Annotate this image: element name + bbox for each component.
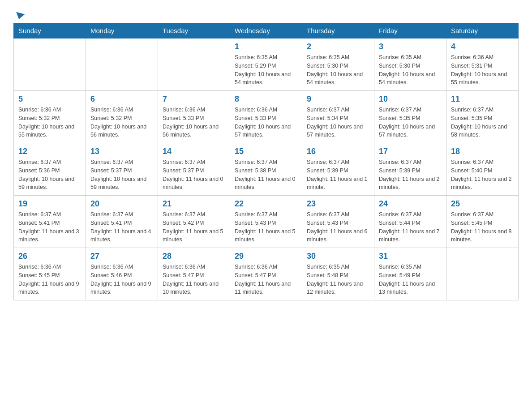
day-number: 6	[90, 94, 153, 104]
calendar-cell: 18Sunrise: 6:37 AM Sunset: 5:40 PM Dayli…	[446, 143, 519, 196]
calendar-cell: 7Sunrise: 6:36 AM Sunset: 5:33 PM Daylig…	[158, 91, 230, 143]
calendar-header-monday: Monday	[86, 23, 158, 39]
day-number: 18	[451, 147, 514, 156]
logo	[13, 9, 24, 18]
calendar-cell: 24Sunrise: 6:37 AM Sunset: 5:44 PM Dayli…	[374, 196, 446, 248]
calendar-cell: 13Sunrise: 6:37 AM Sunset: 5:37 PM Dayli…	[86, 143, 158, 196]
calendar-cell: 12Sunrise: 6:37 AM Sunset: 5:36 PM Dayli…	[14, 143, 86, 196]
calendar-cell	[446, 248, 519, 300]
calendar-cell: 11Sunrise: 6:37 AM Sunset: 5:35 PM Dayli…	[446, 91, 519, 143]
header	[13, 9, 519, 18]
day-number: 14	[163, 147, 225, 156]
day-info: Sunrise: 6:37 AM Sunset: 5:37 PM Dayligh…	[163, 158, 225, 192]
day-info: Sunrise: 6:35 AM Sunset: 5:49 PM Dayligh…	[379, 263, 442, 296]
calendar-week-row: 1Sunrise: 6:35 AM Sunset: 5:29 PM Daylig…	[14, 39, 519, 91]
day-info: Sunrise: 6:35 AM Sunset: 5:30 PM Dayligh…	[307, 53, 369, 87]
calendar-header-row: SundayMondayTuesdayWednesdayThursdayFrid…	[14, 23, 519, 39]
day-number: 29	[235, 252, 297, 261]
calendar-header-friday: Friday	[374, 23, 446, 39]
day-number: 10	[379, 94, 442, 104]
day-info: Sunrise: 6:37 AM Sunset: 5:40 PM Dayligh…	[451, 158, 514, 192]
calendar-cell: 25Sunrise: 6:37 AM Sunset: 5:45 PM Dayli…	[446, 196, 519, 248]
day-number: 15	[235, 147, 297, 156]
calendar-cell: 15Sunrise: 6:37 AM Sunset: 5:38 PM Dayli…	[230, 143, 302, 196]
day-info: Sunrise: 6:37 AM Sunset: 5:37 PM Dayligh…	[90, 158, 153, 192]
calendar-cell: 29Sunrise: 6:36 AM Sunset: 5:47 PM Dayli…	[230, 248, 302, 300]
calendar-cell: 19Sunrise: 6:37 AM Sunset: 5:41 PM Dayli…	[14, 196, 86, 248]
day-number: 31	[379, 252, 442, 261]
day-number: 16	[307, 147, 369, 156]
day-info: Sunrise: 6:37 AM Sunset: 5:39 PM Dayligh…	[307, 158, 369, 192]
day-number: 19	[18, 199, 81, 209]
calendar-cell: 26Sunrise: 6:36 AM Sunset: 5:45 PM Dayli…	[14, 248, 86, 300]
day-info: Sunrise: 6:36 AM Sunset: 5:32 PM Dayligh…	[90, 106, 153, 139]
day-number: 7	[163, 94, 225, 104]
calendar-cell: 9Sunrise: 6:37 AM Sunset: 5:34 PM Daylig…	[302, 91, 374, 143]
calendar-cell	[14, 39, 86, 91]
day-info: Sunrise: 6:37 AM Sunset: 5:45 PM Dayligh…	[451, 210, 514, 244]
calendar-week-row: 12Sunrise: 6:37 AM Sunset: 5:36 PM Dayli…	[14, 143, 519, 196]
day-info: Sunrise: 6:37 AM Sunset: 5:43 PM Dayligh…	[235, 210, 297, 244]
logo-triangle-icon	[15, 12, 25, 21]
day-info: Sunrise: 6:37 AM Sunset: 5:42 PM Dayligh…	[163, 210, 225, 244]
day-number: 22	[235, 199, 297, 209]
calendar-week-row: 26Sunrise: 6:36 AM Sunset: 5:45 PM Dayli…	[14, 248, 519, 300]
day-info: Sunrise: 6:37 AM Sunset: 5:35 PM Dayligh…	[379, 106, 442, 139]
calendar-cell: 30Sunrise: 6:35 AM Sunset: 5:48 PM Dayli…	[302, 248, 374, 300]
calendar-cell	[86, 39, 158, 91]
calendar-cell: 23Sunrise: 6:37 AM Sunset: 5:43 PM Dayli…	[302, 196, 374, 248]
day-number: 30	[307, 252, 369, 261]
calendar-cell: 17Sunrise: 6:37 AM Sunset: 5:39 PM Dayli…	[374, 143, 446, 196]
day-number: 27	[90, 252, 153, 261]
day-number: 20	[90, 199, 153, 209]
calendar-cell: 6Sunrise: 6:36 AM Sunset: 5:32 PM Daylig…	[86, 91, 158, 143]
calendar-cell: 16Sunrise: 6:37 AM Sunset: 5:39 PM Dayli…	[302, 143, 374, 196]
calendar-header-saturday: Saturday	[446, 23, 519, 39]
day-number: 1	[235, 42, 297, 51]
day-number: 25	[451, 199, 514, 209]
calendar-cell: 20Sunrise: 6:37 AM Sunset: 5:41 PM Dayli…	[86, 196, 158, 248]
day-info: Sunrise: 6:37 AM Sunset: 5:36 PM Dayligh…	[18, 158, 81, 192]
day-number: 8	[235, 94, 297, 104]
day-info: Sunrise: 6:35 AM Sunset: 5:29 PM Dayligh…	[235, 53, 297, 87]
calendar-week-row: 5Sunrise: 6:36 AM Sunset: 5:32 PM Daylig…	[14, 91, 519, 143]
day-info: Sunrise: 6:36 AM Sunset: 5:33 PM Dayligh…	[163, 106, 225, 139]
day-number: 5	[18, 94, 81, 104]
calendar-header-tuesday: Tuesday	[158, 23, 230, 39]
calendar-table: SundayMondayTuesdayWednesdayThursdayFrid…	[13, 23, 519, 300]
day-info: Sunrise: 6:37 AM Sunset: 5:41 PM Dayligh…	[90, 210, 153, 244]
calendar-cell: 1Sunrise: 6:35 AM Sunset: 5:29 PM Daylig…	[230, 39, 302, 91]
day-info: Sunrise: 6:36 AM Sunset: 5:32 PM Dayligh…	[18, 106, 81, 139]
calendar-cell: 14Sunrise: 6:37 AM Sunset: 5:37 PM Dayli…	[158, 143, 230, 196]
day-info: Sunrise: 6:37 AM Sunset: 5:39 PM Dayligh…	[379, 158, 442, 192]
calendar-cell: 3Sunrise: 6:35 AM Sunset: 5:30 PM Daylig…	[374, 39, 446, 91]
day-info: Sunrise: 6:35 AM Sunset: 5:48 PM Dayligh…	[307, 263, 369, 296]
calendar-cell: 2Sunrise: 6:35 AM Sunset: 5:30 PM Daylig…	[302, 39, 374, 91]
calendar-cell: 8Sunrise: 6:36 AM Sunset: 5:33 PM Daylig…	[230, 91, 302, 143]
day-number: 9	[307, 94, 369, 104]
day-number: 13	[90, 147, 153, 156]
calendar-cell: 27Sunrise: 6:36 AM Sunset: 5:46 PM Dayli…	[86, 248, 158, 300]
calendar-cell: 4Sunrise: 6:36 AM Sunset: 5:31 PM Daylig…	[446, 39, 519, 91]
calendar-header-sunday: Sunday	[14, 23, 86, 39]
day-number: 3	[379, 42, 442, 51]
calendar-header-thursday: Thursday	[302, 23, 374, 39]
calendar-cell: 21Sunrise: 6:37 AM Sunset: 5:42 PM Dayli…	[158, 196, 230, 248]
day-info: Sunrise: 6:37 AM Sunset: 5:38 PM Dayligh…	[235, 158, 297, 192]
day-number: 17	[379, 147, 442, 156]
day-number: 23	[307, 199, 369, 209]
day-info: Sunrise: 6:36 AM Sunset: 5:46 PM Dayligh…	[90, 263, 153, 296]
day-info: Sunrise: 6:37 AM Sunset: 5:41 PM Dayligh…	[18, 210, 81, 244]
day-number: 21	[163, 199, 225, 209]
day-number: 12	[18, 147, 81, 156]
calendar-cell: 28Sunrise: 6:36 AM Sunset: 5:47 PM Dayli…	[158, 248, 230, 300]
day-number: 28	[163, 252, 225, 261]
logo-text	[13, 11, 24, 19]
day-info: Sunrise: 6:37 AM Sunset: 5:44 PM Dayligh…	[379, 210, 442, 244]
calendar-cell: 22Sunrise: 6:37 AM Sunset: 5:43 PM Dayli…	[230, 196, 302, 248]
calendar-cell: 31Sunrise: 6:35 AM Sunset: 5:49 PM Dayli…	[374, 248, 446, 300]
day-info: Sunrise: 6:36 AM Sunset: 5:45 PM Dayligh…	[18, 263, 81, 296]
day-info: Sunrise: 6:35 AM Sunset: 5:30 PM Dayligh…	[379, 53, 442, 87]
day-info: Sunrise: 6:36 AM Sunset: 5:31 PM Dayligh…	[451, 53, 514, 87]
calendar-week-row: 19Sunrise: 6:37 AM Sunset: 5:41 PM Dayli…	[14, 196, 519, 248]
